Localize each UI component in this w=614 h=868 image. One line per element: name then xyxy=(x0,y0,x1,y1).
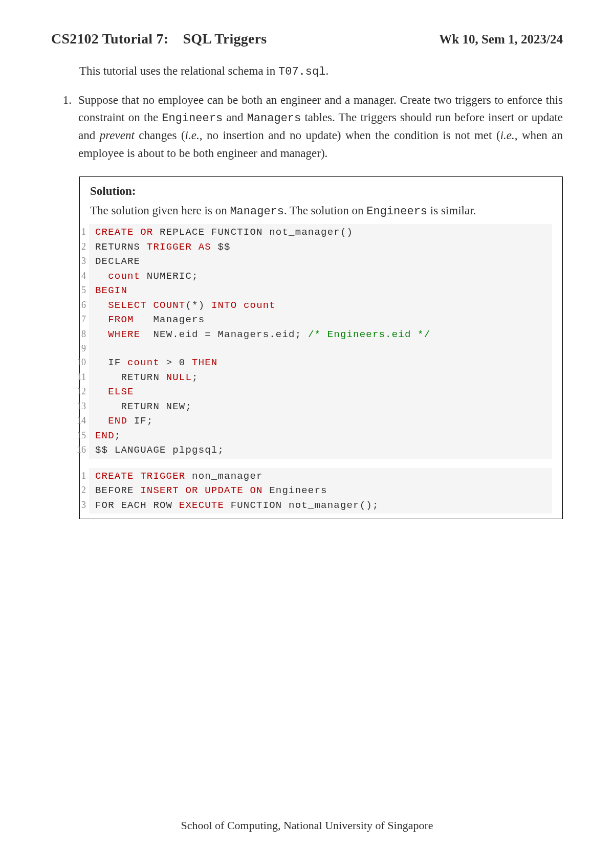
solution-text: The solution given here is on Managers. … xyxy=(90,202,552,220)
line-number: 15 xyxy=(71,429,90,442)
line-number: 5 xyxy=(71,283,90,297)
line-number: 4 xyxy=(71,269,90,283)
line-number: 3 xyxy=(71,498,90,512)
intro-text-post: . xyxy=(325,64,328,77)
code-line: 13 RETURN NEW; xyxy=(89,399,552,414)
code-line: 15END; xyxy=(89,429,552,443)
code-content: RETURN NULL; xyxy=(90,370,199,385)
intro-text-pre: This tutorial uses the relational schema… xyxy=(79,64,278,77)
code-line: 10 IF count > 0 THEN xyxy=(89,355,552,370)
line-number: 7 xyxy=(71,313,90,326)
line-number: 11 xyxy=(71,370,90,384)
page-footer: School of Computing, National University… xyxy=(0,819,614,832)
solution-heading: Solution: xyxy=(90,185,552,198)
code-line: 6 SELECT COUNT(*) INTO count xyxy=(89,298,552,313)
code-line: 12 ELSE xyxy=(89,385,552,399)
code-block-trigger: 1CREATE TRIGGER non_manager2BEFORE INSER… xyxy=(89,468,552,514)
code-line: 7 FROM Managers xyxy=(89,313,552,327)
code-line: 8 WHERE NEW.eid = Managers.eid; /* Engin… xyxy=(89,327,552,342)
line-number: 6 xyxy=(71,298,90,312)
line-number: 14 xyxy=(71,414,90,428)
question-number: 1. xyxy=(51,92,74,109)
code-line: 2RETURNS TRIGGER AS $$ xyxy=(89,240,552,255)
question-text: Suppose that no employee can be both an … xyxy=(74,92,563,163)
intro-paragraph: This tutorial uses the relational schema… xyxy=(79,62,563,80)
code-content: RETURNS TRIGGER AS $$ xyxy=(90,240,231,255)
code-line: 1CREATE OR REPLACE FUNCTION not_manager(… xyxy=(89,225,552,240)
solution-box: Solution: The solution given here is on … xyxy=(79,176,563,519)
code-line: 2BEFORE INSERT OR UPDATE ON Engineers xyxy=(89,483,552,498)
code-line: 9 xyxy=(89,342,552,355)
code-content: BEFORE INSERT OR UPDATE ON Engineers xyxy=(90,483,327,498)
code-content: END IF; xyxy=(90,414,153,429)
line-number: 2 xyxy=(71,240,90,254)
code-content: SELECT COUNT(*) INTO count xyxy=(90,298,276,313)
code-line: 16$$ LANGUAGE plpgsql; xyxy=(89,443,552,458)
sol-code2: Engineers xyxy=(366,205,427,218)
intro-filename: T07.sql xyxy=(278,65,325,78)
code-content: count NUMERIC; xyxy=(90,269,199,284)
header-title-right: Wk 10, Sem 1, 2023/24 xyxy=(439,32,563,47)
code-content: FOR EACH ROW EXECUTE FUNCTION not_manage… xyxy=(90,498,379,513)
code-content: ELSE xyxy=(90,385,134,399)
line-number: 12 xyxy=(71,385,90,398)
code-content: BEGIN xyxy=(90,283,127,298)
sol-t2: . The solution on xyxy=(284,204,366,217)
q-part4: changes ( xyxy=(135,129,185,142)
code-content: RETURN NEW; xyxy=(90,399,192,414)
code-line: 1CREATE TRIGGER non_manager xyxy=(89,469,552,484)
line-number: 8 xyxy=(71,327,90,341)
question-1: 1. Suppose that no employee can be both … xyxy=(51,92,563,163)
code-content: DECLARE xyxy=(90,254,140,269)
code-gap xyxy=(90,459,552,468)
line-number: 3 xyxy=(71,254,90,268)
line-number: 2 xyxy=(71,483,90,497)
sol-code1: Managers xyxy=(230,205,284,218)
header-title-left: CS2102 Tutorial 7: SQL Triggers xyxy=(51,31,267,47)
code-content: IF count > 0 THEN xyxy=(90,355,217,370)
code-line: 11 RETURN NULL; xyxy=(89,370,552,385)
q-part5: , no insertion and no update) when the c… xyxy=(200,129,500,142)
line-number: 13 xyxy=(71,399,90,413)
sol-t1: The solution given here is on xyxy=(90,204,230,217)
sol-t3: is similar. xyxy=(427,204,476,217)
code-content: FROM Managers xyxy=(90,313,205,327)
solution-inner: Solution: The solution given here is on … xyxy=(80,177,562,519)
line-number: 9 xyxy=(71,342,90,355)
code-line: 5BEGIN xyxy=(89,283,552,298)
line-number: 16 xyxy=(71,443,90,457)
q-code2: Managers xyxy=(247,112,301,125)
code-block-function: 1CREATE OR REPLACE FUNCTION not_manager(… xyxy=(89,224,552,459)
code-content: WHERE NEW.eid = Managers.eid; /* Enginee… xyxy=(90,327,430,342)
q-part2: and xyxy=(223,111,247,124)
code-line: 14 END IF; xyxy=(89,414,552,429)
code-line: 4 count NUMERIC; xyxy=(89,269,552,284)
line-number: 1 xyxy=(71,469,90,483)
q-code1: Engineers xyxy=(162,112,223,125)
q-ital3: i.e. xyxy=(500,129,515,142)
page-header: CS2102 Tutorial 7: SQL Triggers Wk 10, S… xyxy=(51,31,563,47)
code-content: $$ LANGUAGE plpgsql; xyxy=(90,443,224,458)
page: CS2102 Tutorial 7: SQL Triggers Wk 10, S… xyxy=(0,0,614,868)
q-ital2: i.e. xyxy=(185,129,200,142)
code-line: 3DECLARE xyxy=(89,254,552,269)
code-line: 3FOR EACH ROW EXECUTE FUNCTION not_manag… xyxy=(89,498,552,513)
q-ital1: prevent xyxy=(100,129,135,142)
line-number: 10 xyxy=(71,355,90,369)
code-content: CREATE TRIGGER non_manager xyxy=(90,469,263,484)
line-number: 1 xyxy=(71,225,90,239)
code-content: END; xyxy=(90,429,121,443)
code-content: CREATE OR REPLACE FUNCTION not_manager() xyxy=(90,225,353,240)
